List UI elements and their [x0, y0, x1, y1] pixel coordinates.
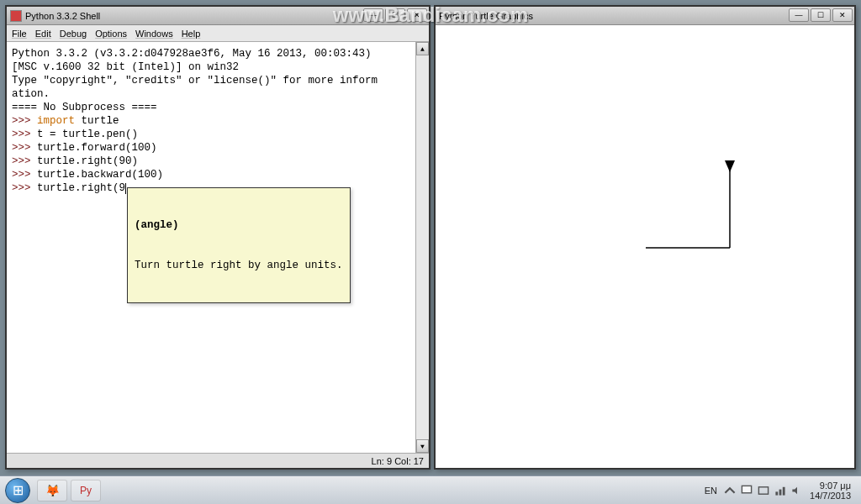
shell-menubar: File Edit Debug Options Windows Help: [7, 25, 429, 42]
flag-icon[interactable]: [741, 485, 753, 496]
status-ln-label: Ln:: [372, 456, 384, 466]
shell-content[interactable]: Python 3.3.2 (v3.3.2:d047928ae3f6, May 1…: [7, 42, 429, 453]
windows-logo-icon: ⊞: [13, 482, 24, 498]
chevron-up-icon[interactable]: [724, 485, 736, 496]
status-col: 17: [414, 456, 424, 466]
code-text: t = turtle.pen(): [37, 129, 138, 140]
prompt: >>>: [12, 129, 31, 140]
maximize-button[interactable]: ☐: [811, 8, 831, 22]
action-center-icon[interactable]: [758, 485, 769, 496]
prompt: >>>: [12, 182, 31, 194]
minimize-button[interactable]: —: [789, 8, 809, 22]
calltip-signature: (angle): [135, 218, 343, 232]
language-indicator[interactable]: EN: [705, 486, 717, 496]
code-text: turtle.backward(100): [37, 169, 163, 181]
python-icon: Py: [80, 485, 92, 496]
svg-rect-6: [783, 486, 785, 495]
banner-line: ation.: [12, 88, 50, 100]
taskbar-clock[interactable]: 9:07 μμ 14/7/2013: [810, 480, 856, 501]
prompt: >>>: [12, 155, 31, 167]
tray-icons: [724, 485, 803, 496]
keyword-import: import: [37, 115, 75, 127]
turtle-graphics-window: Python Turtle Graphics — ☐ ✕: [434, 5, 856, 470]
code-text: turtle.right(90): [37, 155, 138, 167]
code-text: turtle.right(9: [37, 182, 125, 194]
python-shell-window: Python 3.3.2 Shell — ☐ ✕ File Edit Debug…: [5, 5, 430, 470]
maximize-button[interactable]: ☐: [385, 8, 405, 22]
menu-help[interactable]: Help: [182, 29, 201, 39]
taskbar-item-firefox[interactable]: 🦊: [37, 480, 67, 501]
text-cursor: [125, 183, 126, 194]
code-area[interactable]: Python 3.3.2 (v3.3.2:d047928ae3f6, May 1…: [7, 42, 429, 227]
banner-line: ==== No Subprocess ====: [12, 102, 157, 113]
svg-rect-2: [742, 486, 751, 492]
code-text: turtle: [75, 115, 119, 127]
network-icon[interactable]: [774, 485, 786, 496]
menu-debug[interactable]: Debug: [60, 29, 87, 39]
menu-options[interactable]: Options: [95, 29, 127, 39]
menu-file[interactable]: File: [12, 29, 27, 39]
calltip-tooltip: (angle) Turn turtle right by angle units…: [127, 187, 351, 303]
turtle-canvas: [436, 25, 854, 468]
scroll-down-button[interactable]: ▼: [416, 439, 429, 453]
close-button[interactable]: ✕: [832, 8, 853, 22]
svg-rect-3: [758, 486, 768, 493]
status-col-label: Col:: [394, 456, 411, 466]
window-controls: — ☐ ✕: [789, 8, 853, 22]
turtle-drawing: [436, 25, 856, 470]
close-button[interactable]: ✕: [407, 8, 427, 22]
code-text: turtle.forward(100): [37, 142, 157, 154]
start-button[interactable]: ⊞: [5, 478, 30, 503]
minimize-button[interactable]: —: [363, 8, 383, 22]
status-ln: 9: [387, 456, 392, 466]
svg-rect-4: [775, 491, 778, 495]
scroll-up-button[interactable]: ▲: [416, 42, 429, 55]
window-controls: — ☐ ✕: [363, 8, 427, 22]
taskbar-item-idle[interactable]: Py: [71, 480, 101, 501]
shell-statusbar: Ln: 9 Col: 17: [7, 453, 429, 468]
clock-date: 14/7/2013: [810, 491, 851, 501]
windows-taskbar: ⊞ 🦊 Py EN 9:07 μμ 14/7/2013: [0, 475, 861, 504]
svg-rect-5: [779, 489, 782, 495]
turtle-cursor-icon: [725, 160, 735, 172]
prompt: >>>: [12, 142, 31, 154]
firefox-icon: 🦊: [45, 484, 60, 497]
python-icon: [10, 10, 22, 22]
turtle-titlebar[interactable]: Python Turtle Graphics — ☐ ✕: [436, 7, 854, 25]
shell-titlebar[interactable]: Python 3.3.2 Shell — ☐ ✕: [7, 7, 429, 25]
prompt: >>>: [12, 115, 31, 127]
prompt: >>>: [12, 169, 31, 181]
calltip-doc: Turn turtle right by angle units.: [135, 259, 343, 272]
banner-line: [MSC v.1600 32 bit (Intel)] on win32: [12, 61, 239, 73]
vertical-scrollbar[interactable]: ▲ ▼: [415, 42, 429, 453]
system-tray: EN 9:07 μμ 14/7/2013: [705, 480, 856, 501]
menu-edit[interactable]: Edit: [35, 29, 51, 39]
volume-icon[interactable]: [791, 485, 803, 496]
menu-windows[interactable]: Windows: [135, 29, 173, 39]
banner-line: Python 3.3.2 (v3.3.2:d047928ae3f6, May 1…: [12, 48, 372, 60]
clock-time: 9:07 μμ: [810, 480, 851, 491]
banner-line: Type "copyright", "credits" or "license(…: [12, 75, 378, 87]
